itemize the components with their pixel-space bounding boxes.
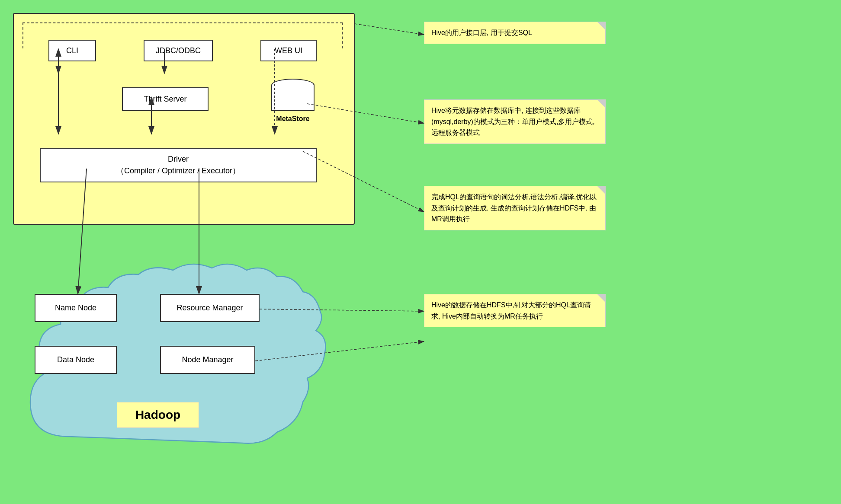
data-node-label: Data Node xyxy=(57,355,94,364)
node-manager-box: Node Manager xyxy=(160,346,255,374)
data-node-box: Data Node xyxy=(35,346,117,374)
thrift-box: Thrift Server xyxy=(122,87,209,111)
name-node-label: Name Node xyxy=(55,303,96,313)
hadoop-label-box: Hadoop xyxy=(117,402,199,428)
note-box-2: Hive将元数据存储在数据库中, 连接到这些数据库(mysql,derby)的模… xyxy=(424,99,606,144)
note-box-3: 完成HQL的查询语句的词法分析,语法分析,编译,优化以及查询计划的生成. 生成的… xyxy=(424,186,606,230)
note-text-3: 完成HQL的查询语句的词法分析,语法分析,编译,优化以及查询计划的生成. 生成的… xyxy=(431,193,597,223)
metastore-cylinder xyxy=(271,79,315,113)
webui-box: WEB UI xyxy=(260,40,317,61)
svg-line-10 xyxy=(355,24,424,35)
hive-box: CLI JDBC/ODBC WEB UI Thrift Server MetaS… xyxy=(13,13,355,225)
note-text-1: Hive的用户接口层, 用于提交SQL xyxy=(431,29,532,36)
cylinder-body xyxy=(271,85,315,111)
note-box-4: Hive的数据存储在HDFS中,针对大部分的HQL查询请求, Hive内部自动转… xyxy=(424,294,606,327)
node-manager-label: Node Manager xyxy=(182,355,233,364)
driver-label-1: Driver xyxy=(168,153,189,165)
note-box-1: Hive的用户接口层, 用于提交SQL xyxy=(424,22,606,44)
webui-label: WEB UI xyxy=(275,46,302,55)
cli-label: CLI xyxy=(66,46,78,55)
note-text-4: Hive的数据存储在HDFS中,针对大部分的HQL查询请求, Hive内部自动转… xyxy=(431,301,591,320)
driver-box: Driver （Compiler / Optimizer / Executor） xyxy=(40,148,317,182)
note-text-2: Hive将元数据存储在数据库中, 连接到这些数据库(mysql,derby)的模… xyxy=(431,107,595,136)
cli-box: CLI xyxy=(48,40,96,61)
resource-manager-box: Resource Manager xyxy=(160,294,260,322)
metastore-container: MetaStore xyxy=(265,79,321,126)
hadoop-text: Hadoop xyxy=(135,408,180,422)
metastore-label: MetaStore xyxy=(276,115,309,123)
jdbc-box: JDBC/ODBC xyxy=(144,40,213,61)
driver-label-2: （Compiler / Optimizer / Executor） xyxy=(116,165,240,177)
resource-manager-label: Resource Manager xyxy=(177,303,243,313)
jdbc-label: JDBC/ODBC xyxy=(156,46,201,55)
thrift-label: Thrift Server xyxy=(144,95,186,104)
name-node-box: Name Node xyxy=(35,294,117,322)
